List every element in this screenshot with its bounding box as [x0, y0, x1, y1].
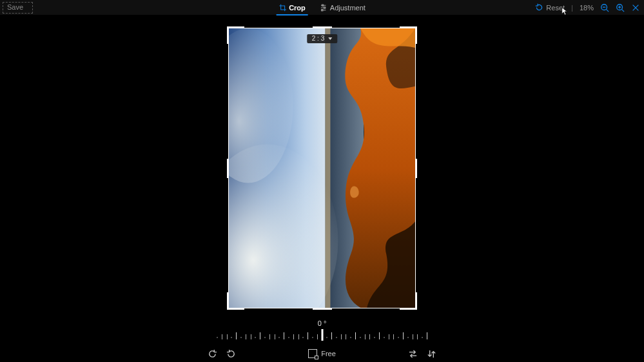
ruler-tick [403, 332, 404, 339]
ruler-tick [427, 332, 427, 339]
close-button[interactable] [631, 3, 640, 12]
aspect-mode-label: Free [321, 350, 336, 357]
ruler-tick [417, 334, 418, 339]
ruler-tick [331, 332, 332, 339]
ruler-tick [336, 337, 337, 338]
ruler-tick [312, 337, 313, 338]
tab-crop-label: Crop [289, 4, 306, 12]
ruler-tick [413, 334, 413, 339]
ruler-tick [398, 337, 399, 338]
reset-icon [535, 3, 543, 12]
tab-adjustment-label: Adjustment [330, 4, 366, 12]
aspect-mode-button[interactable]: Free [308, 349, 336, 358]
ruler-tick [231, 337, 232, 338]
crop-handle-top[interactable] [313, 26, 332, 28]
tab-adjustment[interactable]: Adjustment [317, 0, 368, 15]
ruler-tick [284, 332, 284, 339]
ruler-tick [227, 334, 228, 339]
save-label: Save [7, 3, 23, 11]
rotation-ruler-cursor[interactable] [321, 329, 323, 341]
flip-group [408, 349, 436, 359]
right-controls: Reset | 18% [535, 0, 640, 15]
aspect-icon [308, 349, 317, 358]
crop-handle-left[interactable] [227, 159, 229, 178]
aspect-mode-group: Free [308, 349, 336, 358]
svg-line-10 [622, 9, 625, 12]
aspect-ratio-pill[interactable]: 2 : 3 [307, 34, 337, 43]
ruler-tick [369, 334, 370, 339]
ruler-tick [302, 337, 304, 338]
ruler-tick [379, 332, 380, 339]
ruler-tick [365, 334, 366, 339]
rotate-ccw-button[interactable] [208, 349, 217, 359]
svg-line-7 [607, 9, 609, 12]
sliders-icon [320, 4, 327, 12]
ruler-tick [240, 337, 242, 338]
zoom-level: 18% [580, 4, 594, 12]
ruler-tick [341, 334, 342, 339]
cursor-icon [561, 6, 570, 15]
ruler-tick [346, 334, 346, 339]
ruler-tick [393, 334, 394, 339]
ruler-tick [255, 337, 256, 338]
ruler-tick [269, 334, 270, 339]
rotation-control: 0 ° [213, 319, 432, 343]
ruler-tick [288, 337, 289, 338]
ruler-tick [326, 337, 327, 338]
ruler-tick [407, 337, 409, 338]
tab-crop[interactable]: Crop [276, 0, 308, 15]
bottom-controls: Free [208, 347, 436, 360]
top-toolbar: Save Crop Adjustment Reset [0, 0, 644, 15]
image-preview[interactable] [229, 28, 415, 308]
ruler-tick [236, 332, 237, 339]
zoom-out-button[interactable] [600, 3, 609, 12]
svg-rect-19 [325, 28, 330, 308]
crop-handle-top-left[interactable] [227, 26, 244, 44]
ruler-tick [264, 337, 266, 338]
flip-vertical-button[interactable] [427, 349, 436, 359]
save-button[interactable]: Save [3, 2, 33, 14]
ruler-tick [355, 332, 356, 339]
ruler-tick [389, 334, 389, 339]
aspect-ratio-value: 2 : 3 [312, 35, 324, 42]
flip-horizontal-button[interactable] [408, 349, 418, 359]
ruler-tick [251, 334, 251, 339]
crop-handle-right[interactable] [415, 159, 417, 178]
ruler-tick [222, 334, 222, 339]
tabs: Crop Adjustment [276, 0, 368, 15]
zoom-in-button[interactable] [616, 3, 625, 12]
ruler-tick [278, 337, 280, 338]
ruler-tick [350, 337, 351, 338]
ruler-tick [275, 334, 275, 339]
divider: | [571, 4, 573, 12]
crop-stage[interactable]: 2 : 3 [228, 28, 416, 308]
crop-icon [278, 4, 286, 12]
ruler-tick [317, 334, 318, 339]
ruler-tick [307, 332, 308, 339]
rotate-group [208, 349, 236, 359]
ruler-tick [293, 334, 294, 339]
crop-handle-top-right[interactable] [400, 26, 417, 44]
crop-handle-bottom-left[interactable] [227, 292, 244, 310]
rotation-ruler[interactable] [213, 330, 432, 343]
ruler-tick [246, 334, 246, 339]
ruler-tick [217, 337, 218, 338]
crop-handle-bottom-right[interactable] [400, 292, 417, 310]
ruler-tick [360, 337, 361, 338]
ruler-tick [384, 337, 385, 338]
rotate-cw-button[interactable] [226, 349, 236, 359]
rotation-angle-label: 0 ° [213, 319, 432, 327]
ruler-tick [374, 337, 375, 338]
ruler-tick [298, 334, 299, 339]
ruler-tick [260, 332, 260, 339]
ruler-tick [422, 337, 423, 338]
crop-handle-bottom[interactable] [313, 308, 332, 310]
